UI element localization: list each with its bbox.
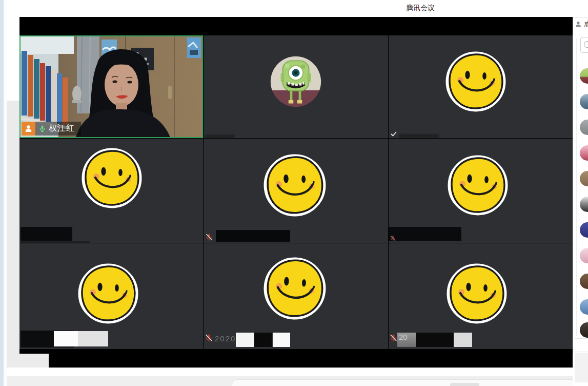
- list-divider: [575, 338, 588, 339]
- smiley-avatar: [446, 263, 508, 324]
- lego-monster-avatar: [269, 55, 322, 108]
- participant-avatar[interactable]: [580, 68, 588, 84]
- title-bar[interactable]: 腾讯会议: [19, 0, 573, 17]
- video-tile-3[interactable]: [389, 35, 573, 138]
- participant-avatar[interactable]: [580, 94, 588, 109]
- redacted-name: [216, 230, 290, 242]
- partial-student-id: 2020: [215, 334, 236, 343]
- background-window-corner: [19, 354, 49, 368]
- background-card-edge: [232, 379, 588, 386]
- redacted-name: [205, 134, 235, 138]
- participant-name-bar: 权江红: [22, 122, 81, 136]
- mic-on-icon: [38, 125, 46, 132]
- redacted-name: [399, 134, 439, 138]
- video-tile-7[interactable]: [19, 243, 203, 349]
- video-tile-9[interactable]: 20: [389, 243, 573, 349]
- video-tile-8[interactable]: 2020: [204, 243, 388, 349]
- panel-divider: [573, 17, 588, 17]
- participant-avatar[interactable]: [580, 274, 588, 289]
- participant-avatar[interactable]: [580, 299, 588, 315]
- mic-muted-icon: [205, 233, 213, 241]
- mic-muted-icon: [390, 235, 396, 242]
- mic-muted-icon: [389, 334, 398, 342]
- list-divider: [575, 352, 588, 352]
- bottom-white-band: [7, 368, 588, 376]
- video-tile-6[interactable]: [389, 139, 573, 243]
- smiley-avatar: [262, 152, 328, 218]
- check-icon: [391, 131, 397, 137]
- redaction-gray-box: [78, 331, 108, 346]
- search-box[interactable]: [580, 37, 588, 53]
- participant-avatar[interactable]: [580, 248, 588, 263]
- participants-header: 成: [575, 20, 588, 29]
- smiley-avatar: [77, 263, 139, 324]
- desktop-edge-strip: [0, 0, 4, 386]
- redaction-white-box: [54, 331, 78, 346]
- redaction-white-box: [236, 333, 254, 347]
- video-stage: 权江红: [19, 17, 573, 368]
- video-tile-quanjianghong[interactable]: 权江红: [19, 35, 203, 138]
- host-badge-icon: [22, 122, 35, 136]
- participant-avatar[interactable]: [580, 171, 588, 186]
- participants-panel: 成: [573, 0, 588, 386]
- participant-avatar[interactable]: [580, 120, 588, 135]
- smiley-avatar: [445, 51, 506, 112]
- participant-avatar[interactable]: [580, 145, 588, 161]
- video-tile-4[interactable]: [19, 139, 203, 243]
- participants-label: 成: [584, 20, 588, 29]
- redacted-name: [389, 227, 461, 241]
- redacted-name-smudge: [21, 241, 90, 243]
- panel-border: [573, 17, 573, 354]
- participant-avatar[interactable]: [580, 197, 588, 212]
- redaction-white-box: [273, 333, 290, 347]
- video-tile-5[interactable]: [204, 139, 388, 243]
- panel-footer: [575, 353, 588, 382]
- video-tile-2[interactable]: [204, 35, 388, 138]
- smiley-avatar: [447, 155, 509, 216]
- redaction-gray-box: [454, 333, 472, 347]
- participant-avatar[interactable]: [580, 222, 588, 238]
- redaction-black-box: [416, 333, 454, 347]
- partial-student-id: 20: [397, 333, 416, 347]
- redacted-name: [21, 227, 72, 241]
- meeting-window: 腾讯会议: [0, 0, 588, 386]
- participant-name: 权江红: [49, 123, 75, 134]
- person-icon: [575, 21, 582, 28]
- participant-avatar[interactable]: [580, 322, 588, 338]
- background-window-edge: [7, 101, 19, 386]
- window-title: 腾讯会议: [377, 4, 464, 13]
- background-card-notch: [450, 383, 479, 386]
- redaction-black-box: [254, 333, 272, 347]
- smiley-avatar: [81, 147, 143, 209]
- mic-muted-icon: [205, 334, 213, 342]
- magnifier-icon: [584, 41, 588, 48]
- smiley-avatar: [262, 256, 328, 321]
- scrollbar-track[interactable]: [576, 38, 577, 336]
